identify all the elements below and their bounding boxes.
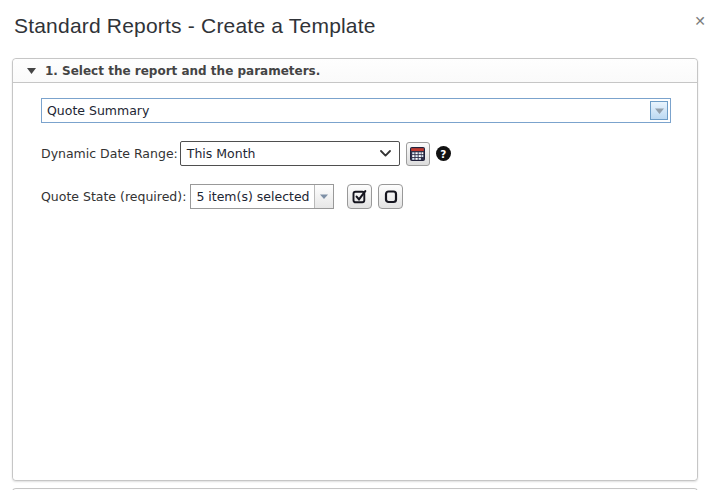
unchecked-box-icon [384, 189, 398, 204]
section-title: 1. Select the report and the parameters. [45, 64, 320, 78]
calendar-icon [410, 147, 425, 161]
chevron-down-icon [380, 150, 391, 157]
dropdown-arrow-icon [655, 108, 664, 114]
report-combobox-value: Quote Summary [42, 103, 650, 118]
section-parameters-header[interactable]: 1. Select the report and the parameters. [13, 59, 697, 83]
report-combobox[interactable]: Quote Summary [41, 98, 671, 123]
quote-state-row: Quote State (required): 5 item(s) select… [41, 184, 697, 209]
close-icon[interactable]: ✕ [694, 14, 706, 28]
report-combobox-dropdown-button[interactable] [650, 101, 668, 120]
check-all-button[interactable] [347, 184, 372, 209]
date-range-value: This Month [187, 146, 256, 161]
checked-box-icon [352, 189, 367, 204]
quote-state-multiselect[interactable]: 5 item(s) selected [190, 184, 334, 209]
help-icon[interactable]: ? [436, 146, 451, 161]
create-template-dialog: Standard Reports - Create a Template ✕ 1… [0, 0, 717, 490]
section-parameters: 1. Select the report and the parameters.… [12, 58, 698, 481]
calendar-button[interactable] [406, 142, 430, 166]
dropdown-arrow-icon [320, 194, 328, 199]
date-range-row: Dynamic Date Range: This Month [41, 141, 697, 166]
multiselect-dropdown-button[interactable] [314, 185, 333, 208]
date-range-select[interactable]: This Month [180, 141, 400, 166]
dialog-title: Standard Reports - Create a Template [14, 14, 705, 38]
quote-state-value: 5 item(s) selected [191, 185, 314, 208]
date-range-label: Dynamic Date Range: [41, 146, 178, 161]
section-parameters-body: Quote Summary Dynamic Date Range: This M… [13, 83, 697, 480]
collapse-arrow-icon [27, 68, 36, 74]
uncheck-all-button[interactable] [378, 184, 403, 209]
quote-state-label: Quote State (required): [41, 189, 186, 204]
